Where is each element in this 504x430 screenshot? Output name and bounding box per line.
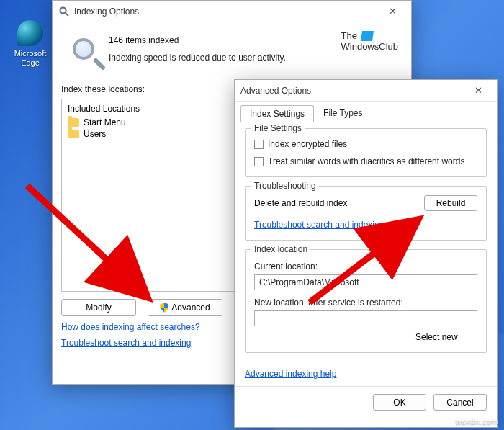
current-location-input[interactable] <box>254 274 477 290</box>
window-advanced-options: Advanced Options ✕ Index Settings File T… <box>234 79 498 428</box>
folder-icon <box>68 130 79 138</box>
delete-rebuild-label: Delete and rebuild index <box>254 198 347 208</box>
close-button[interactable]: ✕ <box>465 81 491 101</box>
tabs: Index Settings File Types <box>240 104 491 122</box>
advanced-button[interactable]: Advanced <box>148 299 222 316</box>
shield-icon <box>160 303 168 313</box>
rebuild-button[interactable]: Rebuild <box>424 195 477 211</box>
titlebar-indexing: Indexing Options ✕ <box>53 1 411 22</box>
indexing-status-text: Indexing speed is reduced due to user ac… <box>109 53 400 63</box>
window-title: Indexing Options <box>74 6 379 17</box>
fieldset-file-settings: File Settings Index encrypted files Trea… <box>245 128 487 177</box>
search-options-icon <box>58 6 70 17</box>
desktop-icon-edge[interactable]: MicrosoftEdge <box>9 20 52 68</box>
folder-icon <box>68 118 79 127</box>
select-new-button[interactable]: Select new <box>415 332 477 342</box>
close-button[interactable]: ✕ <box>379 1 405 22</box>
flag-icon <box>361 31 374 41</box>
link-advanced-help[interactable]: Advanced indexing help <box>245 369 336 379</box>
link-troubleshoot-search[interactable]: Troubleshoot search and indexing <box>254 220 384 230</box>
ok-button[interactable]: OK <box>373 394 426 411</box>
current-location-label: Current location: <box>254 261 477 272</box>
new-location-label: New location, after service is restarted… <box>254 297 477 308</box>
svg-point-0 <box>60 7 66 13</box>
checkbox-index-encrypted[interactable]: Index encrypted files <box>254 139 477 149</box>
legend-index-location: Index location <box>251 244 310 254</box>
fieldset-troubleshooting: Troubleshooting Delete and rebuild index… <box>245 186 487 241</box>
checkbox-icon <box>254 157 264 166</box>
tab-file-types[interactable]: File Types <box>314 104 372 122</box>
window-title: Advanced Options <box>240 86 465 96</box>
link-how-indexing[interactable]: How does indexing affect searches? <box>61 322 200 332</box>
brand-watermark: The WindowsClub <box>341 31 398 53</box>
desktop-icon-label: MicrosoftEdge <box>9 49 52 68</box>
cancel-button[interactable]: Cancel <box>433 394 487 411</box>
magnifier-icon <box>68 37 103 71</box>
titlebar-advanced: Advanced Options ✕ <box>235 80 497 102</box>
fieldset-index-location: Index location Current location: New loc… <box>245 249 487 353</box>
tab-index-settings[interactable]: Index Settings <box>240 105 314 122</box>
checkbox-diacritics[interactable]: Treat similar words with diacritics as d… <box>254 156 477 166</box>
legend-file-settings: File Settings <box>251 123 305 133</box>
page-watermark: wsxdn.com <box>455 417 498 426</box>
new-location-input[interactable] <box>254 310 477 326</box>
edge-icon <box>17 20 43 46</box>
link-troubleshoot[interactable]: Troubleshoot search and indexing <box>61 338 191 348</box>
checkbox-icon <box>254 140 264 149</box>
modify-button[interactable]: Modify <box>61 299 136 316</box>
legend-troubleshooting: Troubleshooting <box>251 181 319 191</box>
svg-line-1 <box>66 13 68 16</box>
